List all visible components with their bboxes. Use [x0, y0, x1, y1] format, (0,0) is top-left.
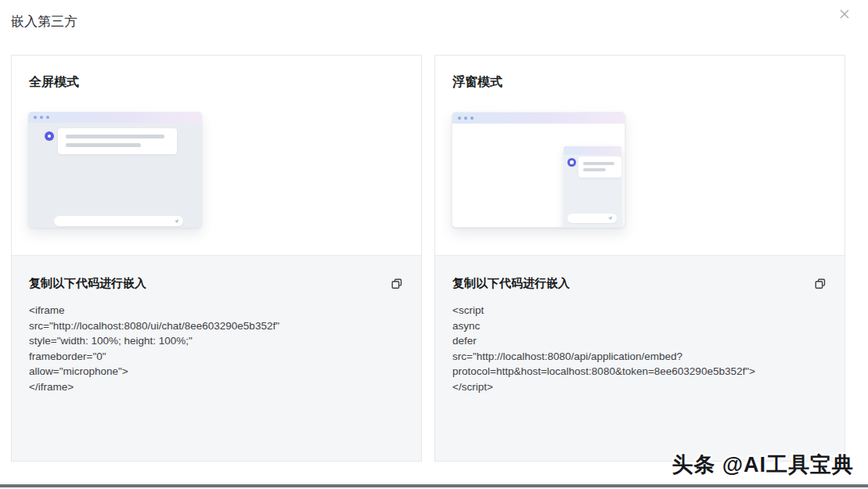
text-placeholder-line — [583, 168, 606, 171]
fullscreen-browser-mock — [28, 112, 202, 228]
float-code-section: 复制以下代码进行嵌入 <script async defer src="http… — [435, 255, 845, 461]
chat-bot-avatar — [567, 158, 576, 167]
titlebar-dot — [464, 117, 467, 120]
floating-chat-widget — [564, 146, 621, 228]
bottom-bar — [0, 484, 868, 487]
copy-code-button[interactable] — [390, 277, 404, 291]
chat-message-bubble — [58, 128, 177, 154]
titlebar-dot — [34, 116, 37, 119]
chat-message-bubble — [578, 156, 621, 178]
copy-code-label: 复制以下代码进行嵌入 — [452, 276, 570, 291]
float-illustration-section: 浮窗模式 — [435, 56, 845, 255]
watermark-text: 头条 @AI工具宝典 — [672, 451, 854, 479]
send-icon — [607, 216, 613, 221]
card-float-mode: 浮窗模式 — [434, 55, 845, 462]
close-icon[interactable] — [837, 6, 852, 22]
float-browser-mock — [452, 112, 625, 228]
copy-code-button[interactable] — [813, 277, 827, 291]
chat-bot-avatar — [45, 131, 54, 141]
titlebar-dot — [40, 116, 43, 119]
script-embed-code: <script async defer src="http://localhos… — [452, 303, 827, 394]
iframe-embed-code: <iframe src="http://localhost:8080/ui/ch… — [29, 303, 404, 394]
card-fullscreen-mode: 全屏模式 复制以 — [11, 55, 422, 462]
titlebar-dot — [46, 116, 49, 119]
copy-code-label: 复制以下代码进行嵌入 — [29, 276, 146, 291]
text-placeholder-line — [66, 143, 141, 147]
fullscreen-mode-heading: 全屏模式 — [29, 74, 79, 91]
fullscreen-illustration-section: 全屏模式 — [12, 56, 421, 255]
fullscreen-code-section: 复制以下代码进行嵌入 <iframe src="http://localhost… — [12, 255, 421, 461]
widget-titlebar — [564, 146, 621, 155]
text-placeholder-line — [583, 162, 614, 165]
chat-input-placeholder — [567, 214, 617, 223]
modal-title: 嵌入第三方 — [11, 13, 77, 31]
chat-input-placeholder — [54, 216, 183, 226]
titlebar-dot — [458, 117, 461, 120]
send-icon — [174, 218, 179, 224]
browser-titlebar — [452, 113, 625, 124]
float-mode-heading: 浮窗模式 — [452, 74, 502, 91]
browser-titlebar — [28, 112, 202, 123]
text-placeholder-line — [66, 135, 164, 138]
embed-mode-cards: 全屏模式 复制以 — [11, 55, 845, 462]
titlebar-dot — [470, 117, 474, 120]
